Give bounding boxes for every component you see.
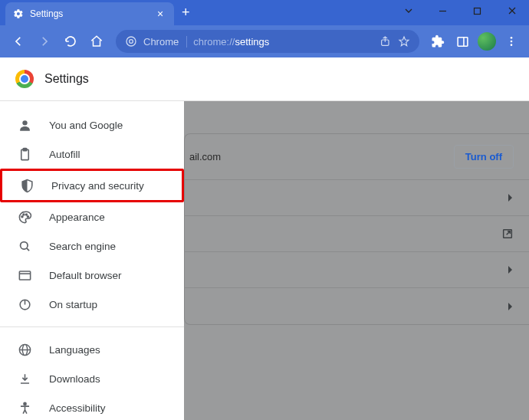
svg-point-4 <box>127 37 136 46</box>
chevron-right-icon <box>508 302 514 311</box>
card-row-1[interactable] <box>185 180 529 216</box>
address-prefix: Chrome <box>143 36 187 48</box>
sidebar-item-label: You and Google <box>49 120 123 131</box>
clipboard-icon <box>17 146 32 162</box>
svg-rect-7 <box>458 37 468 45</box>
account-row: ail.com Turn off <box>185 134 529 180</box>
svg-point-11 <box>511 44 513 46</box>
dropdown-caret-icon[interactable] <box>391 0 426 21</box>
browser-toolbar: Chrome chrome://settings <box>0 25 529 57</box>
sidebar-item-label: Privacy and security <box>51 180 144 192</box>
reload-button[interactable] <box>60 31 81 52</box>
sidebar-item-label: Downloads <box>49 373 100 385</box>
svg-point-20 <box>27 215 28 217</box>
sidebar-item-on-startup[interactable]: On startup <box>0 290 184 319</box>
profile-avatar[interactable] <box>477 31 497 51</box>
open-external-icon <box>501 228 514 240</box>
svg-rect-16 <box>23 148 27 150</box>
tab-close-button[interactable]: × <box>154 8 166 20</box>
card-row-3[interactable] <box>185 252 529 288</box>
settings-main-panel: ail.com Turn off <box>184 57 529 420</box>
svg-point-21 <box>20 241 28 249</box>
shield-icon <box>19 178 34 193</box>
chevron-right-icon <box>508 193 514 202</box>
forward-button[interactable] <box>34 31 55 52</box>
chrome-logo-icon <box>15 70 34 88</box>
extensions-icon[interactable] <box>428 31 448 51</box>
sidebar-item-label: On startup <box>49 299 97 310</box>
svg-point-17 <box>21 215 22 217</box>
sidebar-item-you-and-google[interactable]: You and Google <box>0 110 184 139</box>
sidebar-item-accessibility[interactable]: Accessibility <box>0 393 184 420</box>
minimize-button[interactable] <box>426 0 460 21</box>
share-icon[interactable] <box>380 35 392 48</box>
highlight-annotation: Privacy and security <box>0 169 184 202</box>
svg-line-22 <box>26 248 28 250</box>
svg-point-10 <box>511 41 513 43</box>
home-button[interactable] <box>86 31 107 52</box>
new-tab-button[interactable]: + <box>182 5 190 21</box>
chevron-right-icon <box>508 265 514 274</box>
browser-tab[interactable]: Settings × <box>5 2 174 25</box>
svg-rect-1 <box>475 8 481 14</box>
tab-title: Settings <box>30 8 148 19</box>
svg-point-14 <box>22 120 27 125</box>
close-window-button[interactable] <box>495 0 529 21</box>
download-icon <box>17 371 32 386</box>
svg-point-5 <box>130 40 133 44</box>
settings-card: ail.com Turn off <box>184 133 529 325</box>
sidebar-item-label: Languages <box>49 344 100 356</box>
browser-window-icon <box>17 267 32 283</box>
sidebar-item-label: Default browser <box>49 270 122 281</box>
address-url: chrome://settings <box>193 36 373 48</box>
window-titlebar: Settings × + <box>0 0 529 25</box>
sidebar-item-appearance[interactable]: Appearance <box>0 202 184 231</box>
account-email-fragment: ail.com <box>189 151 221 162</box>
sidebar-item-search-engine[interactable]: Search engine <box>0 231 184 261</box>
chrome-product-icon <box>125 35 137 48</box>
accessibility-icon <box>17 400 32 415</box>
window-controls <box>391 0 529 21</box>
sidebar-item-privacy-security[interactable]: Privacy and security <box>2 171 182 200</box>
bookmark-star-icon[interactable] <box>398 35 410 48</box>
power-icon <box>17 297 32 312</box>
sidebar-item-label: Accessibility <box>49 402 106 414</box>
sidebar-item-downloads[interactable]: Downloads <box>0 364 184 393</box>
globe-icon <box>17 342 32 357</box>
kebab-menu-icon[interactable] <box>501 31 521 51</box>
svg-point-9 <box>511 37 513 39</box>
side-panel-icon[interactable] <box>452 31 472 51</box>
sidebar-item-autofill[interactable]: Autofill <box>0 139 184 169</box>
sidebar-item-label: Search engine <box>49 241 116 252</box>
content-area: Settings You and Google Autofill Privacy… <box>0 57 529 420</box>
svg-point-30 <box>23 402 25 405</box>
address-bar[interactable]: Chrome chrome://settings <box>116 30 419 53</box>
maximize-button[interactable] <box>460 0 495 21</box>
settings-header: Settings <box>0 57 529 101</box>
gear-icon <box>13 8 24 19</box>
settings-sidebar: You and Google Autofill Privacy and secu… <box>0 57 184 420</box>
sidebar-item-label: Appearance <box>49 212 105 223</box>
sidebar-item-default-browser[interactable]: Default browser <box>0 261 184 290</box>
page-title: Settings <box>44 72 89 86</box>
person-icon <box>17 117 32 133</box>
svg-point-18 <box>22 213 24 215</box>
back-button[interactable] <box>8 31 29 52</box>
search-icon <box>17 238 32 254</box>
card-row-2[interactable] <box>185 216 529 252</box>
svg-rect-23 <box>19 271 30 279</box>
sidebar-divider <box>0 326 184 327</box>
turn-off-button[interactable]: Turn off <box>454 145 514 169</box>
sidebar-item-label: Autofill <box>49 149 80 160</box>
card-row-4[interactable] <box>185 288 529 324</box>
svg-point-19 <box>25 213 27 215</box>
palette-icon <box>17 209 32 225</box>
sidebar-item-languages[interactable]: Languages <box>0 335 184 364</box>
